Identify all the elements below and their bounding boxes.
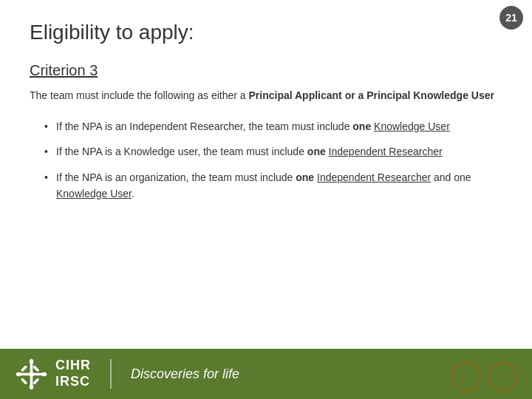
main-content: Eligibility to apply: Criterion 3 The te…: [0, 0, 532, 219]
page-title: Eligibility to apply:: [30, 21, 502, 44]
next-button[interactable]: →: [488, 362, 517, 392]
list-item: If the NPA is an organization, the team …: [44, 169, 502, 202]
svg-point-10: [30, 384, 33, 389]
svg-point-9: [30, 358, 33, 364]
footer-nav: ← →: [451, 362, 517, 392]
svg-rect-3: [20, 372, 30, 375]
criterion-heading: Criterion 3: [30, 62, 502, 79]
prev-button[interactable]: ←: [451, 362, 480, 392]
list-item: If the NPA is an Independent Researcher,…: [44, 118, 502, 134]
svg-rect-2: [30, 376, 33, 386]
svg-point-0: [29, 371, 34, 376]
logo-cihr: CIHR: [55, 358, 91, 374]
svg-point-11: [16, 372, 21, 375]
page-number: 21: [499, 6, 523, 30]
svg-rect-4: [33, 372, 43, 375]
footer: CIHR IRSC Discoveries for life ← →: [0, 349, 532, 399]
logo-irsc: IRSC: [55, 374, 91, 390]
cihr-logo-icon: [15, 358, 48, 391]
list-item: If the NPA is a Knowledge user, the team…: [44, 143, 502, 160]
bullet-list: If the NPA is an Independent Researcher,…: [30, 118, 502, 202]
svg-rect-8: [33, 378, 40, 385]
svg-point-12: [41, 372, 47, 375]
svg-rect-1: [30, 363, 33, 372]
svg-rect-7: [21, 378, 28, 385]
criterion-description: The team must include the following as e…: [30, 88, 502, 103]
footer-divider: [110, 359, 112, 389]
footer-logo: CIHR IRSC Discoveries for life: [15, 358, 239, 391]
logo-text: CIHR IRSC: [55, 358, 91, 389]
footer-tagline: Discoveries for life: [131, 366, 239, 382]
svg-rect-6: [33, 365, 40, 372]
svg-rect-5: [21, 365, 28, 372]
